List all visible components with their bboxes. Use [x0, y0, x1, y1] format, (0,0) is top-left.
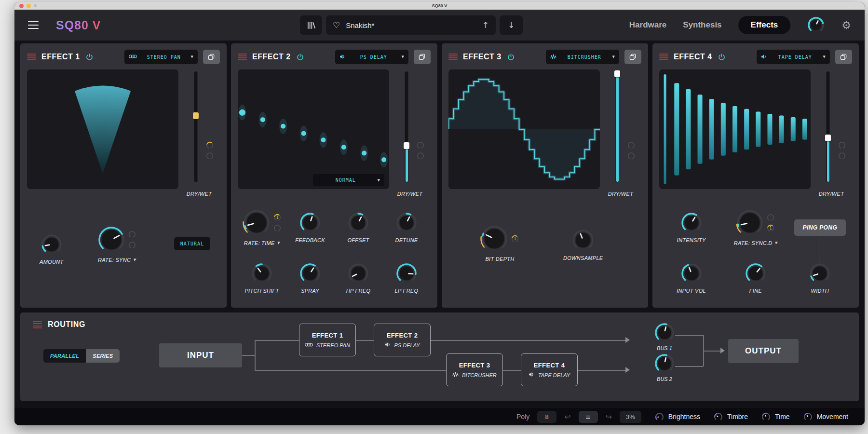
copy-button[interactable]: [414, 50, 431, 64]
effect-type-value: STEREO PAN: [140, 54, 188, 60]
input-vol-knob[interactable]: [680, 262, 703, 285]
routing-title: ROUTING: [48, 320, 85, 329]
ping-pong-button[interactable]: PING PONG: [794, 219, 846, 236]
zoom-button[interactable]: [34, 4, 37, 7]
drag-handle-icon[interactable]: [238, 53, 247, 62]
tab-synthesis[interactable]: Synthesis: [683, 20, 721, 30]
copy-button[interactable]: [624, 50, 641, 64]
knob-label: BIT DEPTH: [485, 256, 514, 262]
gear-icon[interactable]: ⚙: [841, 19, 851, 31]
knob-label: INPUT VOL: [677, 288, 706, 294]
bit-depth-knob[interactable]: [480, 225, 508, 253]
prev-preset-icon[interactable]: ↑: [482, 20, 489, 30]
dry-wet-slider[interactable]: [615, 71, 619, 182]
power-button[interactable]: [85, 53, 94, 61]
time-macro-knob[interactable]: [760, 411, 772, 422]
dry-wet-slider[interactable]: [826, 71, 830, 182]
spray-knob[interactable]: [299, 262, 321, 285]
pitch-shift-knob[interactable]: [251, 262, 273, 285]
dry-wet-label: DRY/WET: [600, 191, 641, 197]
amount-knob[interactable]: [41, 233, 63, 256]
master-volume-knob[interactable]: [807, 16, 825, 34]
copy-button[interactable]: [203, 50, 220, 64]
heart-icon[interactable]: ♡: [333, 20, 340, 30]
routing-node-effect-4[interactable]: EFFECT 4 TAPE DELAY: [521, 353, 578, 386]
fine-knob[interactable]: [745, 262, 767, 285]
hp-freq-knob[interactable]: [347, 262, 369, 285]
feedback-knob[interactable]: [299, 212, 321, 234]
poly-value[interactable]: 8: [537, 411, 556, 423]
effect-type-value: BITCRUSHER: [560, 54, 609, 60]
down-arrow-icon: ↓: [508, 20, 515, 30]
minimize-button[interactable]: [27, 4, 31, 8]
viz-mode-dropdown[interactable]: NORMAL ▼: [313, 174, 384, 186]
width-knob-cell: WIDTH: [809, 262, 831, 294]
library-button[interactable]: [300, 15, 322, 35]
speaker-icon: [761, 53, 767, 61]
routing-node-effect-3[interactable]: EFFECT 3 BITCRUSHER: [446, 353, 503, 386]
stereo-pan-icon: [129, 53, 137, 61]
bus-2-knob[interactable]: [654, 353, 675, 374]
redo-icon[interactable]: ↪: [606, 412, 612, 421]
effect-type-dropdown[interactable]: BITCRUSHER ▼: [546, 50, 619, 64]
tab-hardware[interactable]: Hardware: [629, 20, 666, 30]
offset-knob-cell: OFFSET: [347, 212, 369, 243]
movement-macro-knob[interactable]: [802, 411, 814, 422]
dry-wet-slider[interactable]: [405, 71, 408, 182]
power-button[interactable]: [507, 53, 515, 61]
panel-body: NORMAL ▼ DRY/WET: [238, 69, 431, 198]
knob-label: LP FREQ: [395, 288, 419, 294]
dry-wet-column: DRY/WET: [389, 69, 431, 198]
routing-wire: [255, 370, 446, 371]
routing-node-effect-2[interactable]: EFFECT 2 PS DELAY: [374, 324, 431, 356]
series-mode-button[interactable]: SERIES: [86, 349, 120, 363]
detune-knob-cell: DETUNE: [395, 212, 418, 243]
effect-type-dropdown[interactable]: PS DELAY ▼: [335, 50, 408, 64]
lp-freq-knob[interactable]: [395, 262, 418, 285]
preset-bar[interactable]: ♡ Snakish* ↑: [326, 15, 496, 35]
intensity-knob-cell: INTENSITY: [677, 212, 706, 243]
panel-header: EFFECT 4 TAPE DELAY ▼: [659, 48, 852, 66]
routing-wire: [703, 351, 720, 352]
drag-handle-icon[interactable]: [659, 53, 668, 62]
power-button[interactable]: [296, 53, 304, 61]
width-knob[interactable]: [809, 262, 831, 285]
routing-wire: [675, 335, 703, 336]
bus-1-knob[interactable]: [654, 322, 675, 343]
offset-knob[interactable]: [347, 212, 369, 234]
dry-wet-slider[interactable]: [194, 71, 198, 182]
effect-type-dropdown[interactable]: STEREO PAN ▼: [124, 50, 198, 64]
parallel-mode-button[interactable]: PARALLEL: [43, 349, 86, 363]
downsample-knob[interactable]: [571, 229, 595, 252]
history-list-button[interactable]: ≡: [579, 411, 598, 423]
rate-sync-d-knob[interactable]: [736, 209, 764, 237]
drag-handle-icon[interactable]: [33, 320, 42, 329]
next-preset-button[interactable]: ↓: [500, 15, 523, 35]
routing-arrow-icon: [625, 337, 630, 343]
drag-handle-icon[interactable]: [27, 53, 36, 62]
copy-button[interactable]: [835, 50, 852, 64]
rate-sync-knob[interactable]: [97, 226, 125, 254]
rate-time-knob[interactable]: [243, 209, 271, 237]
close-button[interactable]: [19, 4, 24, 8]
detune-knob[interactable]: [395, 212, 418, 234]
tab-effects[interactable]: Effects: [738, 16, 791, 34]
knob-label: SPRAY: [301, 288, 319, 294]
cpu-percent[interactable]: 3%: [620, 411, 641, 423]
brightness-macro-knob[interactable]: [654, 411, 665, 422]
intensity-knob[interactable]: [680, 212, 703, 234]
routing-node-effect-1[interactable]: EFFECT 1 STEREO PAN: [299, 324, 356, 356]
knob-area: INTENSITY 1 RATE: SYNC.D▼ PING PONG: [659, 198, 852, 303]
main-area: EFFECT 1 STEREO PAN ▼ DRY/WET: [14, 41, 865, 408]
power-button[interactable]: [718, 53, 726, 61]
effect-type-dropdown[interactable]: TAPE DELAY ▼: [757, 50, 830, 64]
undo-icon[interactable]: ↩: [564, 412, 570, 421]
mod-rings: 1: [511, 234, 519, 243]
timbre-macro-knob[interactable]: [713, 411, 724, 422]
menu-icon[interactable]: [28, 19, 39, 31]
pitch-shift-knob-cell: PITCH SHIFT: [244, 262, 279, 294]
effect-title: EFFECT 4: [674, 53, 712, 61]
mode-dropdown[interactable]: NATURAL: [174, 237, 210, 250]
drag-handle-icon[interactable]: [448, 53, 458, 62]
routing-wire: [356, 340, 374, 341]
